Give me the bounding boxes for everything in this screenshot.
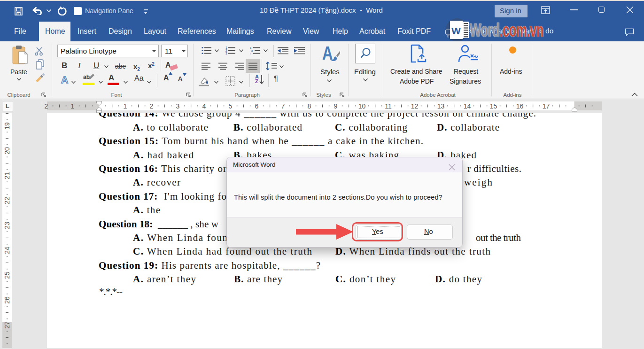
svg-text:16: 16 xyxy=(516,102,524,110)
svg-text:a: a xyxy=(251,49,253,52)
svg-text:9: 9 xyxy=(334,102,338,110)
svg-text:24: 24 xyxy=(3,247,11,254)
svg-text:15: 15 xyxy=(490,102,497,110)
svg-text:12: 12 xyxy=(411,102,419,110)
svg-text:7: 7 xyxy=(281,102,285,110)
svg-text:25: 25 xyxy=(3,271,11,279)
svg-text:3: 3 xyxy=(176,102,180,110)
svg-text:14: 14 xyxy=(464,102,471,110)
svg-text:13: 13 xyxy=(437,102,445,110)
svg-text:8: 8 xyxy=(308,102,311,110)
svg-text:17: 17 xyxy=(543,102,550,110)
svg-text:1: 1 xyxy=(71,102,75,110)
svg-text:3: 3 xyxy=(225,52,227,55)
svg-text:i: i xyxy=(250,52,250,55)
svg-text:10: 10 xyxy=(358,102,366,110)
svg-text:4: 4 xyxy=(202,102,206,110)
svg-text:2: 2 xyxy=(45,102,48,110)
svg-text:19: 19 xyxy=(3,122,11,130)
svg-text:6: 6 xyxy=(255,102,259,110)
svg-text:11: 11 xyxy=(385,102,392,110)
svg-text:1: 1 xyxy=(124,102,127,110)
svg-text:23: 23 xyxy=(3,222,11,229)
svg-text:26: 26 xyxy=(3,296,11,304)
svg-text:20: 20 xyxy=(3,147,11,155)
svg-text:22: 22 xyxy=(3,197,11,204)
svg-text:21: 21 xyxy=(3,172,11,179)
svg-text:2: 2 xyxy=(150,102,154,110)
svg-text:27: 27 xyxy=(3,321,11,329)
svg-text:5: 5 xyxy=(229,102,233,110)
